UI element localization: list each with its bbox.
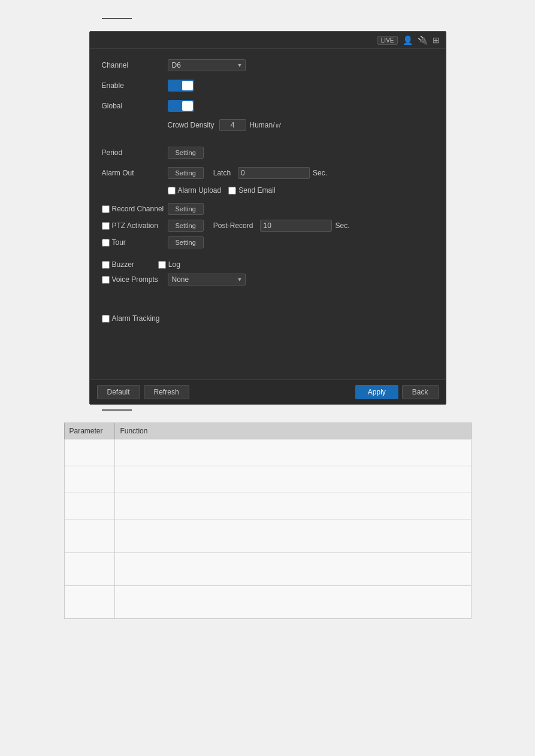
enable-toggle[interactable] [168,80,194,92]
grid-icon[interactable]: ⊞ [433,35,440,45]
alarm-tracking-label[interactable]: Alarm Tracking [112,314,160,323]
tour-check-label: Tour [102,238,168,247]
channel-dropdown-wrapper: D6 D1D2D3 D4D5D6 D7D8 [168,59,246,71]
table-cell-desc [115,466,471,493]
period-row: Period Setting [102,145,434,160]
table-cell-param [64,493,115,520]
alarm-out-setting-button[interactable]: Setting [168,167,204,179]
tour-setting-button[interactable]: Setting [168,236,204,248]
panel-content: Channel D6 D1D2D3 D4D5D6 D7D8 Enable [90,49,446,379]
buzzer-label[interactable]: Buzzer [112,260,134,269]
log-label[interactable]: Log [168,260,180,269]
logout-icon[interactable]: 🔌 [418,35,428,45]
voice-prompts-label[interactable]: Voice Prompts [112,275,158,284]
default-button[interactable]: Default [97,385,140,399]
table-section: Parameter Function [64,423,471,619]
table-row [64,466,471,493]
back-button[interactable]: Back [402,385,439,399]
apply-button[interactable]: Apply [355,385,398,399]
panel-header: LIVE 👤 🔌 ⊞ [90,32,446,49]
table-row [64,520,471,553]
buzzer-checkbox[interactable] [102,261,110,269]
enable-label: Enable [102,81,168,90]
settings-panel: LIVE 👤 🔌 ⊞ Channel D6 D1D2D3 D4D5D6 D7D8 [89,31,446,405]
alarm-out-label: Alarm Out [102,169,168,177]
enable-row: Enable [102,78,434,93]
global-toggle[interactable] [168,100,194,112]
latch-label: Latch [213,169,231,177]
crowd-density-unit: Human/㎡ [250,120,282,130]
record-channel-setting-button[interactable]: Setting [168,203,204,215]
send-email-checkbox-item: Send Email [228,186,275,195]
table-col1-header: Parameter [64,423,115,439]
table-cell-param [64,439,115,466]
voice-prompts-checkbox-item: Voice Prompts [102,275,168,284]
ptz-activation-setting-button[interactable]: Setting [168,220,204,232]
log-checkbox[interactable] [158,261,166,269]
tour-row: Tour Setting [102,236,434,248]
period-label: Period [102,148,168,157]
table-cell-desc [115,553,471,586]
live-badge: LIVE [377,36,398,45]
record-channel-checkbox[interactable] [102,205,110,213]
alarm-upload-label[interactable]: Alarm Upload [178,186,222,195]
voice-prompts-dropdown-wrapper: None [168,274,246,286]
buzzer-log-row: Buzzer Log [102,260,434,269]
alarm-tracking-checkbox-item: Alarm Tracking [102,314,160,323]
table-row [64,493,471,520]
alarm-upload-checkbox[interactable] [168,187,176,195]
alarm-tracking-checkbox[interactable] [102,315,110,323]
panel-footer: Default Refresh Apply Back [90,379,446,404]
channel-row: Channel D6 D1D2D3 D4D5D6 D7D8 [102,58,434,72]
voice-prompts-row: Voice Prompts None [102,274,434,286]
enable-toggle-thumb [182,81,193,90]
tour-checkbox[interactable] [102,239,110,247]
ptz-activation-label[interactable]: PTZ Activation [112,221,158,230]
crowd-density-row: Crowd Density Human/㎡ [102,119,434,131]
buzzer-checkbox-item: Buzzer [102,260,134,269]
top-divider [102,18,132,19]
send-email-label[interactable]: Send Email [238,186,275,195]
voice-prompts-select[interactable]: None [168,274,246,286]
refresh-button[interactable]: Refresh [144,385,189,399]
alarm-tracking-row: Alarm Tracking [102,314,434,323]
crowd-density-input[interactable] [219,119,246,131]
record-channel-label[interactable]: Record Channel [112,205,164,213]
global-row: Global [102,99,434,113]
log-checkbox-item: Log [158,260,180,269]
post-record-input[interactable] [260,220,332,232]
table-cell-param [64,466,115,493]
table-header-row: Parameter Function [64,423,471,439]
voice-prompts-checkbox[interactable] [102,276,110,284]
post-record-label: Post-Record [213,221,253,230]
user-icon[interactable]: 👤 [403,35,413,45]
parameters-table: Parameter Function [64,423,471,619]
channel-select[interactable]: D6 D1D2D3 D4D5D6 D7D8 [168,59,246,71]
table-cell-desc [115,520,471,553]
ptz-activation-check-label: PTZ Activation [102,221,168,230]
table-cell-desc [115,586,471,619]
global-toggle-thumb [182,101,193,111]
table-col2-header: Function [115,423,471,439]
table-row [64,439,471,466]
table-cell-param [64,520,115,553]
record-channel-row: Record Channel Setting [102,203,434,215]
table-cell-param [64,553,115,586]
record-channel-check-label: Record Channel [102,205,168,213]
period-setting-button[interactable]: Setting [168,147,204,159]
table-row [64,586,471,619]
tour-label[interactable]: Tour [112,238,126,247]
latch-unit: Sec. [313,169,327,177]
ptz-activation-checkbox[interactable] [102,222,110,230]
send-email-checkbox[interactable] [228,187,236,195]
latch-input[interactable] [238,167,310,179]
table-cell-desc [115,493,471,520]
crowd-density-label: Crowd Density [168,121,214,129]
bottom-divider [102,409,132,411]
alarm-upload-checkbox-item: Alarm Upload [168,186,222,195]
alarm-upload-row: Alarm Upload Send Email [102,186,434,195]
ptz-activation-row: PTZ Activation Setting Post-Record Sec. [102,220,434,232]
alarm-out-row: Alarm Out Setting Latch Sec. [102,166,434,180]
global-label: Global [102,102,168,110]
table-cell-desc [115,439,471,466]
